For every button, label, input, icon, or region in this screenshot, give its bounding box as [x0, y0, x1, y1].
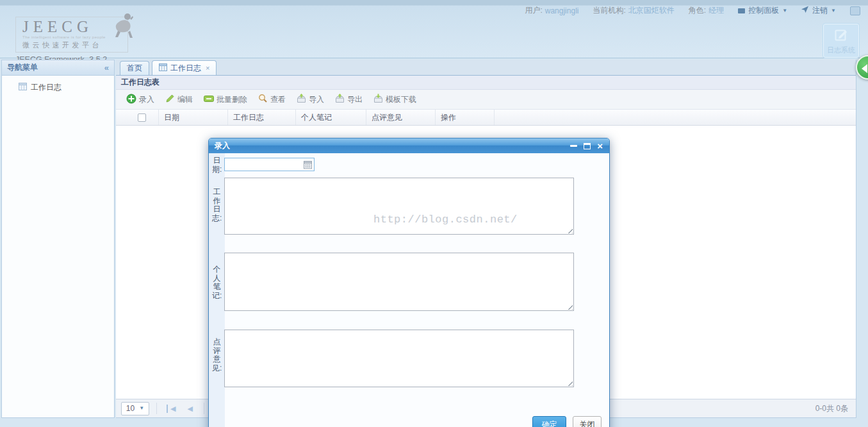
personal-note-field-label: 个人笔记:: [212, 265, 222, 300]
mascot-icon: [113, 12, 135, 41]
resize-grip-icon[interactable]: [567, 380, 573, 386]
button-label: 导出: [347, 94, 363, 105]
chevron-down-icon: ▼: [831, 8, 836, 13]
entry-dialog: 录入 × 日期: 工作日志: http://blog.csdn.net/ 个人笔…: [208, 138, 610, 427]
collapse-sidebar-icon[interactable]: «: [104, 63, 109, 72]
logo-tagline: The intelligent software is for lazy peo…: [22, 35, 106, 39]
org-info: 当前机构: 北京国炬软件: [593, 5, 674, 16]
calendar-icon[interactable]: [304, 160, 312, 171]
logout-icon: [801, 6, 809, 15]
org-value: 北京国炬软件: [628, 5, 675, 16]
resize-grip-icon[interactable]: [567, 304, 573, 310]
export-icon: [335, 94, 345, 105]
sidebar: 导航菜单 « 工作日志: [1, 60, 115, 418]
jeecg-workspace: JEECG The intelligent software is for la…: [0, 0, 868, 427]
button-label: 导入: [309, 94, 324, 105]
control-panel-menu[interactable]: 控制面板 ▼: [738, 5, 787, 16]
control-panel-icon: [738, 8, 745, 13]
chevron-down-icon: ▼: [782, 8, 787, 13]
tab-label: 首页: [127, 63, 142, 74]
date-field-label: 日期:: [212, 156, 222, 174]
tab-bar: 首页 工作日志 ×: [116, 60, 856, 76]
sidebar-title: 导航菜单: [7, 62, 38, 73]
view-button[interactable]: 查看: [258, 94, 286, 105]
dialog-title[interactable]: 录入: [209, 138, 609, 153]
sidebar-item-work-log[interactable]: 工作日志: [2, 82, 114, 93]
work-log-field-label: 工作日志:: [212, 188, 222, 222]
page-size-select[interactable]: 10 ▼: [121, 402, 149, 415]
view-icon: [258, 94, 268, 105]
batch-delete-icon: [204, 95, 214, 105]
column-header-actions[interactable]: 操作: [436, 110, 495, 125]
userbar: 用户: wangjingli 当前机构: 北京国炬软件 角色: 经理 控制面板 …: [525, 5, 860, 16]
column-header-date[interactable]: 日期: [159, 110, 228, 125]
logo: JEECG The intelligent software is for la…: [15, 17, 128, 64]
close-tab-icon[interactable]: ×: [206, 64, 209, 72]
column-header-comment[interactable]: 点评意见: [366, 110, 436, 125]
resize-grip-icon[interactable]: [567, 228, 573, 233]
control-panel-label: 控制面板: [748, 5, 779, 16]
tab-work-log[interactable]: 工作日志 ×: [152, 60, 217, 75]
panel-title: 工作日志表: [116, 76, 856, 90]
role-info: 角色: 经理: [689, 5, 724, 16]
minimize-icon[interactable]: [570, 145, 577, 147]
column-header-personal-note[interactable]: 个人笔记: [296, 110, 366, 125]
ok-button[interactable]: 确定: [532, 416, 566, 427]
logo-box: JEECG The intelligent software is for la…: [15, 17, 128, 53]
close-button[interactable]: 关闭: [573, 416, 602, 427]
role-label: 角色:: [689, 5, 706, 16]
side-float-button[interactable]: [856, 55, 868, 80]
app-button-label: 日志系统: [827, 46, 855, 55]
logout-menu[interactable]: 注销 ▼: [801, 5, 836, 16]
comment-field-label: 点评意见:: [212, 338, 222, 373]
button-label: 查看: [270, 94, 286, 105]
add-icon: [126, 94, 136, 106]
tab-home[interactable]: 首页: [120, 61, 149, 75]
edit-icon: [165, 94, 175, 105]
import-button[interactable]: 导入: [297, 94, 324, 105]
work-log-textarea[interactable]: http://blog.csdn.net/: [224, 178, 574, 235]
import-icon: [297, 94, 306, 105]
personal-note-textarea[interactable]: [224, 253, 574, 311]
logo-subtitle: 微云快速开发平台: [22, 40, 106, 50]
column-header-work-log[interactable]: 工作日志: [228, 110, 296, 125]
watermark-text: http://blog.csdn.net/: [373, 214, 518, 226]
button-label: 编辑: [177, 94, 193, 105]
edge-clipped-icon: [850, 6, 860, 15]
add-button[interactable]: 录入: [126, 94, 154, 106]
export-button[interactable]: 导出: [335, 94, 363, 105]
chevron-down-icon: ▼: [139, 406, 144, 411]
grid-icon: [159, 63, 167, 73]
logout-label: 注销: [812, 5, 828, 16]
comment-textarea[interactable]: [224, 330, 574, 387]
toolbar: 录入 编辑 批量删除 查看 导入 导出: [116, 90, 856, 110]
button-label: 录入: [139, 94, 154, 105]
batch-delete-button[interactable]: 批量删除: [204, 94, 247, 105]
tab-label: 工作日志: [170, 63, 201, 74]
log-system-app-button[interactable]: 日志系统: [823, 23, 860, 58]
prev-page-button[interactable]: ◀: [183, 405, 196, 413]
select-all-cell: [126, 110, 159, 125]
page-size-value: 10: [126, 404, 135, 413]
table-header-row: 日期 工作日志 个人笔记 点评意见 操作: [116, 110, 856, 126]
logo-title: JEECG: [22, 19, 106, 35]
button-label: 批量删除: [217, 94, 247, 105]
date-input[interactable]: [224, 158, 315, 171]
arrow-left-icon: [862, 64, 867, 73]
header: JEECG The intelligent software is for la…: [0, 0, 868, 58]
template-download-button[interactable]: 模板下载: [373, 94, 416, 105]
user-label: 用户:: [525, 5, 542, 16]
dialog-window-controls: ×: [570, 138, 603, 153]
user-value: wangjingli: [545, 6, 579, 15]
first-page-button[interactable]: ◀: [167, 405, 179, 413]
edit-button[interactable]: 编辑: [165, 94, 193, 105]
template-download-icon: [373, 94, 383, 105]
pagination-summary: 0-0共 0条: [815, 403, 851, 414]
button-label: 模板下载: [386, 94, 416, 105]
maximize-icon[interactable]: [584, 143, 591, 149]
grid-icon: [19, 83, 27, 92]
org-label: 当前机构:: [593, 5, 625, 16]
sidebar-header: 导航菜单 «: [2, 60, 114, 76]
close-icon[interactable]: ×: [597, 142, 603, 151]
select-all-checkbox[interactable]: [138, 113, 146, 122]
